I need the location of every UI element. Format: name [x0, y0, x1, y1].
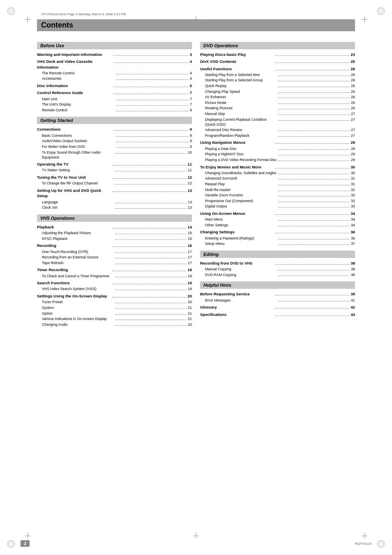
toc-dots [113, 62, 189, 63]
toc-page-number: 4 [190, 71, 192, 76]
toc-container: Before UseWarning and Important Informat… [37, 38, 355, 327]
toc-entry-title: Tape Refresh [42, 260, 114, 265]
toc-dots [112, 271, 186, 271]
toc-dots [115, 234, 187, 234]
page-number: 2 [21, 540, 30, 547]
toc-dots [275, 168, 349, 168]
toc-entry-title: Glossary [200, 304, 274, 310]
toc-entry-title: Playing a HighMAT Disc [205, 152, 277, 157]
toc-dots [115, 203, 187, 203]
toc-dots [278, 244, 350, 245]
toc-dots [275, 70, 349, 70]
toc-entry: Progressive Out (Component)32 [200, 198, 355, 204]
toc-dots [115, 314, 187, 315]
toc-page-number: 15 [188, 236, 192, 242]
toc-entry: Playing a DVD Video Recording Format Dis… [200, 157, 355, 163]
toc-entry: Playing Discs-basic Play23 [200, 52, 355, 57]
toc-entry: Setup Menu37 [200, 241, 355, 246]
toc-dots [275, 55, 349, 56]
toc-entry: Changing Soundtracks, Subtitles and Angl… [200, 170, 355, 176]
toc-entry: Playing a Data Disc28 [200, 146, 355, 152]
toc-entry-title: Accessories [42, 76, 115, 81]
section-header-helpful-hints: Helpful Hints [200, 281, 355, 289]
toc-entry: To Check and Cancel a Timer Programme18 [37, 274, 192, 279]
toc-entry: Timer Recording18 [37, 267, 192, 272]
toc-entry-title: Using On-Screen Menus [200, 211, 274, 216]
toc-entry-title: TV Maker Setting [42, 168, 114, 173]
toc-entry: Various Indications in On-screen Display… [37, 316, 192, 322]
toc-entry: System21 [37, 305, 192, 311]
toc-entry: To Enjoy Sound through Other Audio Equip… [37, 150, 192, 160]
toc-entry-title: To Change the RF Output Channel [42, 181, 114, 186]
toc-page-number: 39 [350, 291, 355, 297]
toc-entry-title: Changing Soundtracks, Subtitles and Angl… [205, 170, 277, 175]
toc-dots [116, 100, 189, 100]
toc-dots [112, 297, 186, 297]
toc-entry-title: NTSC Playback [42, 236, 114, 241]
toc-dots [278, 185, 350, 185]
toc-page-number: 34 [351, 223, 355, 228]
toc-page-number: 25 [350, 59, 355, 64]
toc-entry: Control Reference Guide7 [37, 90, 192, 95]
toc-entry-title: One-Touch Recording (OTR) [42, 249, 114, 254]
toc-entry: Main Menu34 [200, 217, 355, 222]
toc-entry-title: Control Reference Guide [37, 90, 112, 95]
toc-dots [113, 94, 189, 94]
toc-dots [115, 320, 187, 320]
toc-dots [113, 87, 189, 87]
toc-entry-title: Disc Information [37, 83, 112, 88]
toc-page-number: 13 [187, 188, 192, 193]
toc-entry-title: Audio/Video Output Sockets [42, 138, 115, 143]
toc-page-number: 9 [190, 133, 192, 138]
toc-entry-title: Main Menu [205, 217, 277, 222]
toc-entry: Digital Output33 [200, 204, 355, 209]
toc-page-number: 29 [351, 152, 355, 157]
toc-entry: Using Navigation Menus28 [200, 140, 355, 145]
section-title-before-use: Before Use [40, 43, 189, 48]
toc-entry-title: Manual Copying [205, 267, 277, 272]
toc-entry: Main Unit7 [37, 97, 192, 102]
toc-entry: Specifications43 [200, 312, 355, 317]
toc-dots [116, 105, 189, 106]
toc-page-number: 31 [351, 182, 355, 187]
toc-entry-title: Quick Replay [205, 83, 277, 88]
toc-dots [112, 191, 186, 192]
toc-entry: TV Maker Setting11 [37, 168, 192, 173]
toc-entry-title: AV Enhancer [205, 94, 277, 99]
toc-page-number: 36 [350, 229, 355, 235]
toc-entry: To Enjoy Movies and Music More30 [200, 164, 355, 170]
toc-entry: Warning and Important Information3 [37, 52, 192, 57]
toc-entry: AV Enhancer26 [200, 94, 355, 100]
toc-dots [275, 214, 349, 215]
toc-entry-title: Changing Play Speed [205, 89, 277, 94]
toc-page-number: 21 [188, 305, 192, 311]
toc-entry-title: Search Functions [37, 280, 111, 286]
toc-page-number: 4 [190, 76, 192, 81]
toc-entry: For Better Video from DVD9 [37, 144, 192, 150]
toc-page-number: 38 [351, 272, 355, 278]
toc-dots [278, 120, 350, 121]
toc-entry-title: Recording from DVD to VHS [200, 260, 274, 266]
toc-page-number: 17 [188, 255, 192, 260]
toc-entry-title: Progressive Out (Component) [205, 198, 277, 203]
toc-page-number: 37 [351, 241, 355, 246]
toc-dots [115, 171, 187, 171]
toc-dots [278, 109, 350, 109]
toc-entry-title: Variable Zoom Function [205, 193, 277, 198]
toc-entry: VHS Deck and Video Cassette Information4 [37, 59, 192, 70]
toc-page-number: 38 [351, 267, 355, 272]
toc-entry: Glossary42 [200, 304, 355, 310]
toc-entry-title: Playback [37, 224, 111, 230]
toc-dots [275, 315, 349, 316]
toc-page-number: 18 [187, 267, 192, 272]
section-header-getting-started: Getting Started [37, 117, 192, 124]
toc-dots [278, 270, 350, 270]
toc-entry-title: Starting Play from a Selected Group [205, 78, 277, 83]
toc-dots [116, 142, 189, 142]
toc-entry: Multi Re-master31 [200, 187, 355, 193]
toc-page-number: 10 [188, 150, 192, 155]
toc-entry: NTSC Playback15 [37, 236, 192, 242]
right-column: DVD OperationsPlaying Discs-basic Play23… [200, 38, 355, 327]
toc-entry: VHS Index Search System (VISS)19 [37, 286, 192, 292]
toc-entry: Picture Mode26 [200, 100, 355, 106]
